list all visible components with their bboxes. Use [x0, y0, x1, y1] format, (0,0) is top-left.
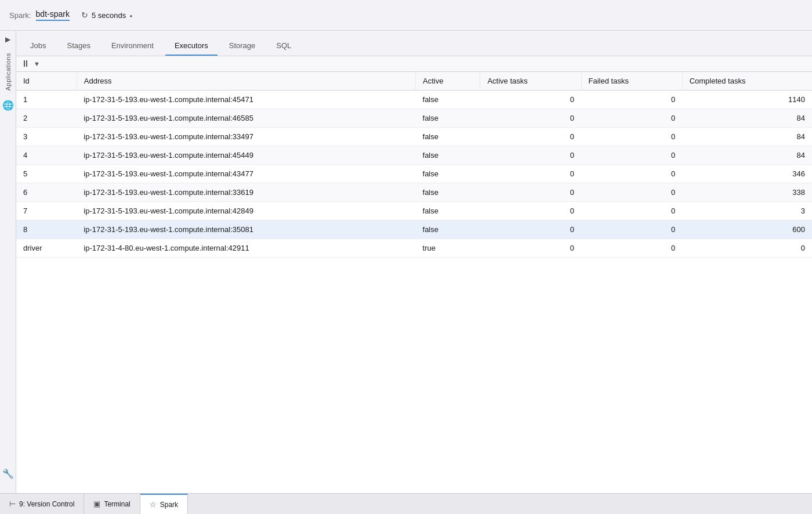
pause-icon[interactable]: ⏸	[21, 59, 30, 69]
cell-address: ip-172-31-5-193.eu-west-1.compute.intern…	[77, 165, 415, 183]
refresh-dropdown-arrow: ⬥	[129, 12, 133, 19]
col-address: Address	[77, 72, 415, 91]
table-toolbar: ⏸ ▼	[16, 56, 812, 72]
refresh-button[interactable]: ↻ 5 seconds ⬥	[81, 10, 133, 20]
col-id: Id	[16, 72, 77, 91]
collapse-icon[interactable]: ▶	[5, 31, 10, 48]
cell-failed-tasks: 0	[581, 239, 682, 258]
cell-failed-tasks: 0	[581, 146, 682, 165]
cell-active-tasks: 0	[480, 183, 581, 202]
cell-active: false	[416, 202, 480, 220]
cell-active: true	[416, 239, 480, 258]
table-row: driverip-172-31-4-80.eu-west-1.compute.i…	[16, 239, 812, 258]
cell-failed-tasks: 0	[581, 220, 682, 239]
spark-label: Spark:	[9, 11, 31, 20]
col-active: Active	[416, 72, 480, 91]
spark-icon: ☆	[150, 500, 157, 509]
cell-active-tasks: 0	[480, 239, 581, 258]
cell-failed-tasks: 0	[581, 165, 682, 183]
col-active-tasks: Active tasks	[480, 72, 581, 91]
tab-executors[interactable]: Executors	[165, 37, 217, 56]
bottom-tab-label: 9: Version Control	[19, 500, 74, 508]
table-container[interactable]: ⏸ ▼ IdAddressActiveActive tasksFailed ta…	[16, 56, 812, 493]
cell-id: 6	[16, 183, 77, 202]
bottom-tab-terminal[interactable]: ▣Terminal	[84, 494, 140, 514]
cell-id: driver	[16, 239, 77, 258]
executors-table: IdAddressActiveActive tasksFailed tasksC…	[16, 72, 812, 258]
cell-active-tasks: 0	[480, 220, 581, 239]
cell-active: false	[416, 165, 480, 183]
cell-failed-tasks: 0	[581, 109, 682, 128]
table-row: 8ip-172-31-5-193.eu-west-1.compute.inter…	[16, 220, 812, 239]
left-sidebar: ▶ Applications 🌐 🔧	[0, 31, 16, 493]
cell-active: false	[416, 146, 480, 165]
cell-address: ip-172-31-5-193.eu-west-1.compute.intern…	[77, 202, 415, 220]
cell-active: false	[416, 91, 480, 109]
bottom-bar: ⊢9: Version Control▣Terminal☆Spark	[0, 493, 812, 514]
cell-address: ip-172-31-5-193.eu-west-1.compute.intern…	[77, 128, 415, 146]
cell-active: false	[416, 128, 480, 146]
col-failed-tasks: Failed tasks	[581, 72, 682, 91]
cell-id: 2	[16, 109, 77, 128]
cell-completed-tasks: 3	[682, 202, 812, 220]
col-completed-tasks: Completed tasks	[682, 72, 812, 91]
cell-id: 8	[16, 220, 77, 239]
table-row: 6ip-172-31-5-193.eu-west-1.compute.inter…	[16, 183, 812, 202]
tabs-bar: JobsStagesEnvironmentExecutorsStorageSQL	[16, 31, 812, 56]
tab-stages[interactable]: Stages	[57, 37, 99, 56]
terminal-icon: ▣	[93, 499, 100, 508]
sort-down-icon: ▼	[34, 60, 40, 67]
applications-label[interactable]: Applications	[5, 48, 12, 95]
cell-id: 1	[16, 91, 77, 109]
bottom-tab-label: Terminal	[104, 500, 130, 508]
refresh-icon: ↻	[81, 10, 88, 20]
cell-completed-tasks: 600	[682, 220, 812, 239]
cell-id: 3	[16, 128, 77, 146]
bottom-tab-spark[interactable]: ☆Spark	[140, 494, 188, 514]
cell-failed-tasks: 0	[581, 91, 682, 109]
bottom-tab-9:-version-control[interactable]: ⊢9: Version Control	[0, 494, 84, 514]
cell-active: false	[416, 109, 480, 128]
cell-active-tasks: 0	[480, 109, 581, 128]
cell-address: ip-172-31-5-193.eu-west-1.compute.intern…	[77, 183, 415, 202]
table-row: 3ip-172-31-5-193.eu-west-1.compute.inter…	[16, 128, 812, 146]
main-layout: ▶ Applications 🌐 🔧 JobsStagesEnvironment…	[0, 31, 812, 493]
cell-address: ip-172-31-5-193.eu-west-1.compute.intern…	[77, 146, 415, 165]
cell-active: false	[416, 220, 480, 239]
cell-address: ip-172-31-4-80.eu-west-1.compute.interna…	[77, 239, 415, 258]
cell-failed-tasks: 0	[581, 128, 682, 146]
cell-id: 5	[16, 165, 77, 183]
app-name: bdt-spark	[36, 9, 70, 21]
cell-id: 7	[16, 202, 77, 220]
cell-address: ip-172-31-5-193.eu-west-1.compute.intern…	[77, 109, 415, 128]
cell-id: 4	[16, 146, 77, 165]
table-row: 1ip-172-31-5-193.eu-west-1.compute.inter…	[16, 91, 812, 109]
table-row: 7ip-172-31-5-193.eu-west-1.compute.inter…	[16, 202, 812, 220]
wrench-icon[interactable]: 🔧	[2, 464, 14, 484]
cell-completed-tasks: 338	[682, 183, 812, 202]
table-row: 4ip-172-31-5-193.eu-west-1.compute.inter…	[16, 146, 812, 165]
globe-icon[interactable]: 🌐	[2, 95, 14, 115]
cell-active-tasks: 0	[480, 165, 581, 183]
cell-completed-tasks: 1140	[682, 91, 812, 109]
cell-completed-tasks: 84	[682, 146, 812, 165]
refresh-seconds-label: 5 seconds	[92, 11, 126, 20]
tab-storage[interactable]: Storage	[220, 37, 265, 56]
tab-jobs[interactable]: Jobs	[21, 37, 55, 56]
cell-address: ip-172-31-5-193.eu-west-1.compute.intern…	[77, 220, 415, 239]
bottom-tab-label: Spark	[160, 501, 178, 509]
cell-active-tasks: 0	[480, 202, 581, 220]
cell-active-tasks: 0	[480, 91, 581, 109]
cell-completed-tasks: 346	[682, 165, 812, 183]
table-row: 2ip-172-31-5-193.eu-west-1.compute.inter…	[16, 109, 812, 128]
cell-active-tasks: 0	[480, 146, 581, 165]
cell-failed-tasks: 0	[581, 183, 682, 202]
cell-active: false	[416, 183, 480, 202]
content-area: JobsStagesEnvironmentExecutorsStorageSQL…	[16, 31, 812, 493]
cell-completed-tasks: 84	[682, 128, 812, 146]
tab-sql[interactable]: SQL	[267, 37, 300, 56]
9-icon: ⊢	[9, 499, 16, 508]
tab-environment[interactable]: Environment	[102, 37, 163, 56]
top-bar: Spark: bdt-spark ↻ 5 seconds ⬥	[0, 0, 812, 31]
cell-active-tasks: 0	[480, 128, 581, 146]
